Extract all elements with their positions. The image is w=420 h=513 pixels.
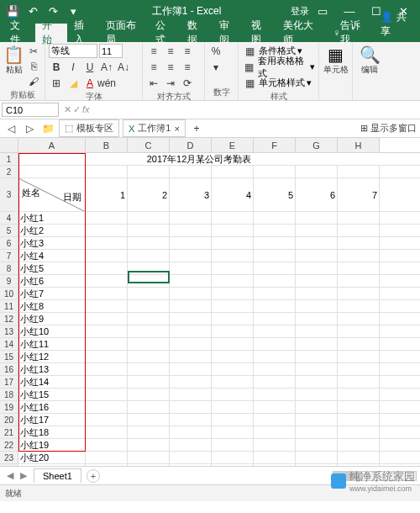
cell[interactable]: 小红4 (18, 250, 86, 262)
cell[interactable]: 小红17 (18, 414, 86, 426)
cell[interactable] (296, 325, 338, 337)
tab-beautify[interactable]: 美化大师 (276, 24, 327, 42)
cut-icon[interactable]: ✂ (26, 44, 41, 58)
cell[interactable] (128, 300, 170, 312)
align-top-icon[interactable]: ≡ (146, 44, 161, 58)
cell[interactable] (212, 325, 254, 337)
cell[interactable] (212, 212, 254, 224)
cell[interactable] (128, 275, 170, 287)
cell[interactable] (338, 225, 380, 236)
cell[interactable] (338, 338, 380, 350)
cell[interactable]: 小红5 (18, 262, 86, 274)
align-left-icon[interactable]: ≡ (146, 60, 161, 74)
row-header[interactable]: 3 (0, 178, 18, 211)
minimize-icon[interactable]: — (336, 2, 363, 20)
cell[interactable] (86, 313, 128, 325)
cell[interactable] (170, 439, 212, 451)
cell[interactable] (338, 325, 380, 337)
cell[interactable] (170, 250, 212, 262)
cell[interactable] (254, 426, 296, 438)
cells-button[interactable]: ▦单元格 (323, 44, 349, 76)
row-header[interactable]: 14 (0, 338, 18, 350)
cell[interactable] (86, 237, 128, 249)
cell[interactable] (254, 452, 296, 463)
table-format-button[interactable]: ▦套用表格格式▾ (242, 60, 315, 74)
cell[interactable] (86, 338, 128, 350)
cell[interactable]: 小红1 (18, 212, 86, 224)
editing-button[interactable]: 🔍编辑 (356, 44, 383, 76)
row-header[interactable]: 23 (0, 452, 18, 463)
cell[interactable] (296, 452, 338, 463)
cell[interactable] (254, 464, 296, 466)
number-format-icon[interactable]: % (208, 44, 223, 58)
cell[interactable] (128, 401, 170, 413)
cell[interactable] (254, 313, 296, 325)
cell[interactable]: 小红8 (18, 300, 86, 312)
cell[interactable] (212, 275, 254, 287)
cell[interactable] (338, 452, 380, 463)
cell[interactable] (170, 288, 212, 299)
cell[interactable] (86, 325, 128, 337)
cell[interactable] (128, 212, 170, 224)
cell[interactable]: 小红19 (18, 439, 86, 451)
row-header[interactable]: 2 (0, 166, 18, 177)
redo-icon[interactable]: ↷ (44, 2, 62, 20)
cell[interactable] (296, 464, 338, 466)
cell[interactable] (212, 313, 254, 325)
cell[interactable] (170, 166, 212, 177)
cell[interactable] (254, 376, 296, 388)
cell[interactable] (128, 363, 170, 375)
cell[interactable] (338, 439, 380, 451)
cell[interactable] (296, 351, 338, 362)
cell[interactable] (338, 275, 380, 287)
row-header[interactable]: 1 (0, 153, 18, 165)
cell[interactable] (86, 363, 128, 375)
row-header[interactable]: 6 (0, 237, 18, 249)
font-name-select[interactable] (49, 44, 97, 58)
cell[interactable] (254, 237, 296, 249)
cell[interactable] (254, 300, 296, 312)
align-bottom-icon[interactable]: ≡ (180, 44, 195, 58)
cell[interactable] (170, 300, 212, 312)
row-header[interactable]: 12 (0, 313, 18, 325)
cell[interactable] (254, 414, 296, 426)
cell[interactable] (296, 389, 338, 400)
row-header[interactable]: 22 (0, 439, 18, 451)
cell[interactable] (254, 325, 296, 337)
row-header[interactable]: 17 (0, 376, 18, 388)
share-button[interactable]: 👤 共享 (374, 7, 420, 42)
col-header[interactable]: A (18, 138, 86, 152)
cell[interactable]: 小红7 (18, 288, 86, 299)
cell[interactable] (86, 275, 128, 287)
increase-font-icon[interactable]: A↑ (99, 60, 114, 74)
cell[interactable] (338, 464, 380, 466)
cell[interactable] (212, 262, 254, 274)
cell[interactable]: 6 (296, 178, 338, 211)
indent-left-icon[interactable]: ⇤ (146, 76, 161, 90)
row-header[interactable]: 18 (0, 389, 18, 400)
cell[interactable] (254, 338, 296, 350)
cell[interactable]: 小红13 (18, 363, 86, 375)
cell[interactable] (86, 212, 128, 224)
tab-view[interactable]: 视图 (244, 24, 276, 42)
template-tab[interactable]: ⬚模板专区 (59, 119, 119, 137)
row-header[interactable]: 11 (0, 300, 18, 312)
decrease-font-icon[interactable]: A↓ (116, 60, 131, 74)
col-header[interactable]: C (128, 138, 170, 152)
cell[interactable]: 小红15 (18, 389, 86, 400)
new-tab-icon[interactable]: + (189, 121, 204, 135)
cell[interactable] (296, 338, 338, 350)
cell[interactable]: 1 (86, 178, 128, 211)
cell[interactable]: 小红18 (18, 426, 86, 438)
cell[interactable] (254, 225, 296, 236)
cell[interactable] (254, 275, 296, 287)
nav-fwd-icon[interactable]: ▷ (22, 121, 37, 135)
cell[interactable] (254, 389, 296, 400)
col-header[interactable]: H (338, 138, 380, 152)
cell[interactable] (254, 401, 296, 413)
cell[interactable] (86, 288, 128, 299)
cell[interactable] (170, 212, 212, 224)
cell[interactable] (86, 439, 128, 451)
cell[interactable] (170, 389, 212, 400)
cell[interactable] (338, 313, 380, 325)
